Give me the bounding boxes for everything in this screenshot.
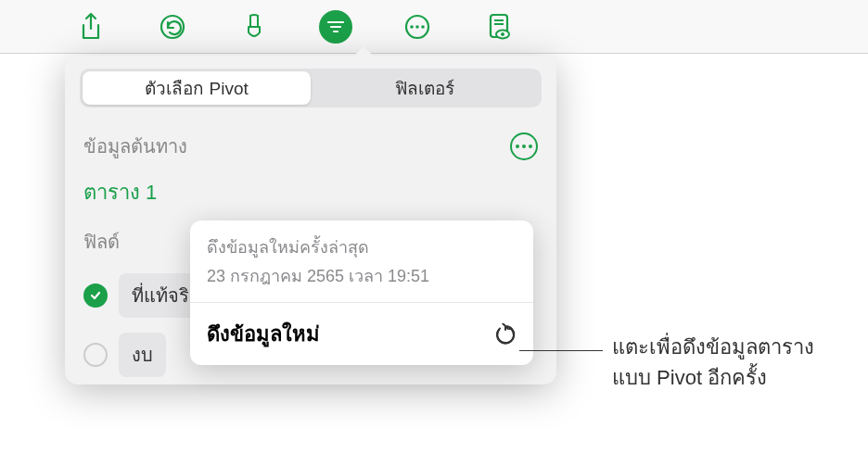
share-icon: [79, 12, 103, 42]
pivot-options-popover: ตัวเลือก Pivot ฟิลเตอร์ ข้อมูลต้นทาง ตาร…: [65, 56, 556, 384]
callout-leader-line: [519, 350, 603, 351]
callout-line-1: แตะเพื่อดึงข้อมูลตาราง: [612, 332, 814, 362]
document-preview-icon: [487, 12, 511, 42]
svg-point-5: [410, 25, 414, 29]
svg-point-6: [415, 25, 419, 29]
refresh-button-label: ดึงข้อมูลใหม่: [207, 318, 320, 350]
toolbar: [0, 0, 868, 54]
more-button[interactable]: [401, 10, 434, 44]
organize-button[interactable]: [319, 10, 352, 44]
field-pill[interactable]: งบ: [119, 333, 166, 377]
refresh-info: ดึงข้อมูลใหม่ครั้งล่าสุด 23 กรกฎาคม 2565…: [190, 220, 533, 303]
source-more-button[interactable]: [510, 132, 538, 160]
tab-filters[interactable]: ฟิลเตอร์: [311, 71, 539, 105]
source-data-label: ข้อมูลต้นทาง: [83, 132, 187, 161]
callout-line-2: แบบ Pivot อีกครั้ง: [612, 362, 814, 393]
field-checkbox[interactable]: [83, 343, 108, 367]
undo-icon: [159, 13, 186, 41]
format-brush-icon: [241, 12, 267, 42]
more-icon: [403, 13, 431, 41]
checkmark-icon: [89, 289, 102, 302]
svg-point-7: [421, 25, 425, 29]
source-table-name[interactable]: ตาราง 1: [65, 172, 556, 227]
refresh-card: ดึงข้อมูลใหม่ครั้งล่าสุด 23 กรกฎาคม 2565…: [190, 220, 533, 365]
refresh-icon: [494, 323, 517, 346]
popover-tabs: ตัวเลือก Pivot ฟิลเตอร์: [80, 69, 542, 107]
last-refresh-date: 23 กรกฎาคม 2565 เวลา 19:51: [207, 262, 517, 289]
document-preview-button[interactable]: [482, 10, 516, 44]
share-button[interactable]: [74, 10, 108, 44]
tab-pivot-options[interactable]: ตัวเลือก Pivot: [83, 71, 311, 105]
svg-point-12: [501, 32, 504, 36]
field-checkbox[interactable]: [83, 283, 108, 308]
last-refresh-label: ดึงข้อมูลใหม่ครั้งล่าสุด: [207, 233, 517, 260]
callout-text: แตะเพื่อดึงข้อมูลตาราง แบบ Pivot อีกครั้…: [612, 332, 814, 393]
format-brush-button[interactable]: [237, 10, 271, 44]
undo-button[interactable]: [156, 10, 189, 44]
source-data-row: ข้อมูลต้นทาง: [65, 124, 556, 172]
refresh-button[interactable]: ดึงข้อมูลใหม่: [190, 303, 533, 365]
organize-icon: [326, 17, 346, 37]
